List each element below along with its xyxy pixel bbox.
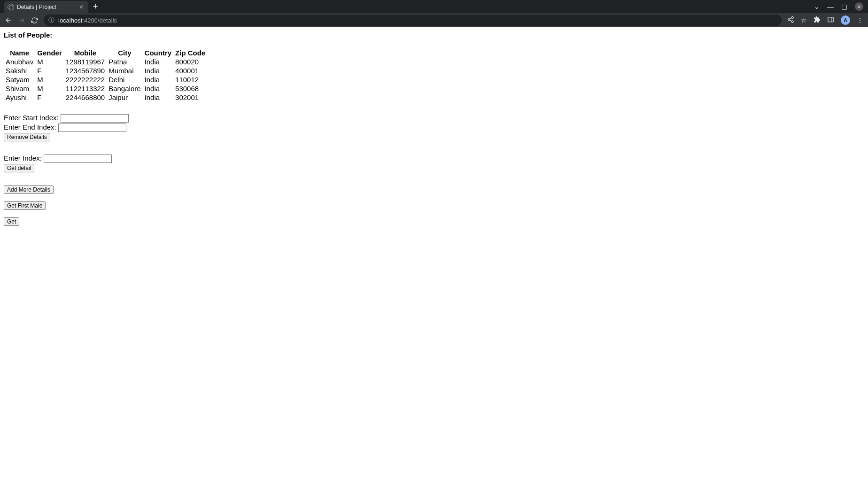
table-cell: Delhi xyxy=(107,75,142,84)
table-cell: Sakshi xyxy=(4,66,35,75)
tab-title: Details | Project xyxy=(17,4,56,10)
end-index-label: Enter End Index: xyxy=(4,123,58,131)
table-header-row: Name Gender Mobile City Country Zip Code xyxy=(4,48,207,57)
table-row: AnubhavM1298119967PatnaIndia800020 xyxy=(4,57,207,66)
page-content: List of People: Name Gender Mobile City … xyxy=(0,27,868,230)
table-cell: 1234567890 xyxy=(64,66,107,75)
table-row: AyushiF2244668800JaipurIndia302001 xyxy=(4,93,207,102)
start-index-input[interactable] xyxy=(61,114,129,123)
back-icon[interactable] xyxy=(5,16,12,24)
start-index-label: Enter Start Index: xyxy=(4,114,61,122)
table-row: SatyamM2222222222DelhiIndia110012 xyxy=(4,75,207,84)
close-tab-icon[interactable]: ✕ xyxy=(79,4,84,10)
profile-avatar[interactable]: A xyxy=(841,15,850,25)
reload-icon[interactable] xyxy=(31,17,38,24)
side-panel-icon[interactable] xyxy=(827,16,834,24)
col-zipcode: Zip Code xyxy=(173,48,207,57)
get-first-male-button[interactable]: Get First Male xyxy=(4,201,46,210)
table-cell: Satyam xyxy=(4,75,35,84)
share-icon[interactable] xyxy=(787,16,794,24)
table-cell: India xyxy=(143,66,174,75)
table-cell: India xyxy=(143,93,174,102)
people-table: Name Gender Mobile City Country Zip Code… xyxy=(4,48,207,102)
browser-chrome: Details | Project ✕ + ⌄ — ▢ ✕ ⓘ localhos… xyxy=(0,0,868,27)
chevron-down-icon[interactable]: ⌄ xyxy=(814,3,820,10)
table-cell: 400001 xyxy=(173,66,207,75)
table-cell: 2222222222 xyxy=(64,75,107,84)
globe-icon xyxy=(8,4,14,10)
table-cell: M xyxy=(35,75,64,84)
add-more-details-button[interactable]: Add More Details xyxy=(4,185,54,194)
new-tab-button[interactable]: + xyxy=(93,2,98,12)
browser-tab[interactable]: Details | Project ✕ xyxy=(4,1,88,13)
svg-rect-5 xyxy=(828,17,833,22)
table-row: ShivamM1122113322BangaloreIndia530068 xyxy=(4,84,207,93)
table-cell: M xyxy=(35,57,64,66)
get-detail-button[interactable]: Get detail xyxy=(4,164,34,172)
table-cell: Ayushi xyxy=(4,93,35,102)
col-mobile: Mobile xyxy=(64,48,107,57)
index-input[interactable] xyxy=(44,154,112,163)
svg-line-4 xyxy=(790,18,791,19)
svg-line-3 xyxy=(790,20,791,21)
col-gender: Gender xyxy=(35,48,64,57)
table-cell: 530068 xyxy=(173,84,207,93)
table-cell: Patna xyxy=(107,57,142,66)
index-label: Enter Index: xyxy=(4,154,44,162)
table-cell: 1122113322 xyxy=(64,84,107,93)
table-cell: India xyxy=(143,84,174,93)
table-cell: 1298119967 xyxy=(64,57,107,66)
table-cell: Mumbai xyxy=(107,66,142,75)
forward-icon[interactable] xyxy=(18,16,25,24)
window-controls: ⌄ — ▢ ✕ xyxy=(814,2,868,11)
info-icon[interactable]: ⓘ xyxy=(48,16,54,24)
table-cell: India xyxy=(143,57,174,66)
table-cell: 302001 xyxy=(173,93,207,102)
col-country: Country xyxy=(143,48,174,57)
url-text: localhost:4200/details xyxy=(58,17,117,24)
svg-point-0 xyxy=(791,16,793,18)
browser-toolbar: ⓘ localhost:4200/details ☆ A ⋮ xyxy=(0,13,868,27)
toolbar-right-icons: ☆ A ⋮ xyxy=(787,15,863,25)
table-cell: 800020 xyxy=(173,57,207,66)
window-close-icon[interactable]: ✕ xyxy=(855,2,863,11)
table-cell: F xyxy=(35,66,64,75)
get-button[interactable]: Get xyxy=(4,217,19,226)
minimize-icon[interactable]: — xyxy=(827,3,834,10)
table-cell: 2244668800 xyxy=(64,93,107,102)
table-cell: M xyxy=(35,84,64,93)
col-name: Name xyxy=(4,48,35,57)
table-cell: 110012 xyxy=(173,75,207,84)
svg-point-2 xyxy=(791,21,793,23)
table-cell: Bangalore xyxy=(107,84,142,93)
menu-dots-icon[interactable]: ⋮ xyxy=(857,16,863,24)
col-city: City xyxy=(107,48,142,57)
table-cell: Shivam xyxy=(4,84,35,93)
table-cell: India xyxy=(143,75,174,84)
end-index-input[interactable] xyxy=(58,124,126,132)
table-row: SakshiF1234567890MumbaiIndia400001 xyxy=(4,66,207,75)
maximize-icon[interactable]: ▢ xyxy=(841,3,847,10)
index-row: Enter Index: xyxy=(4,154,864,163)
table-cell: F xyxy=(35,93,64,102)
address-bar[interactable]: ⓘ localhost:4200/details xyxy=(44,15,782,26)
svg-point-1 xyxy=(788,19,790,21)
table-cell: Anubhav xyxy=(4,57,35,66)
end-index-row: Enter End Index: xyxy=(4,123,864,132)
start-index-row: Enter Start Index: xyxy=(4,113,864,123)
remove-details-button[interactable]: Remove Details xyxy=(4,133,50,141)
extensions-icon[interactable] xyxy=(814,16,821,24)
page-title: List of People: xyxy=(4,31,864,39)
bookmark-star-icon[interactable]: ☆ xyxy=(801,16,807,24)
table-cell: Jaipur xyxy=(107,93,142,102)
tab-bar: Details | Project ✕ + ⌄ — ▢ ✕ xyxy=(0,0,868,13)
